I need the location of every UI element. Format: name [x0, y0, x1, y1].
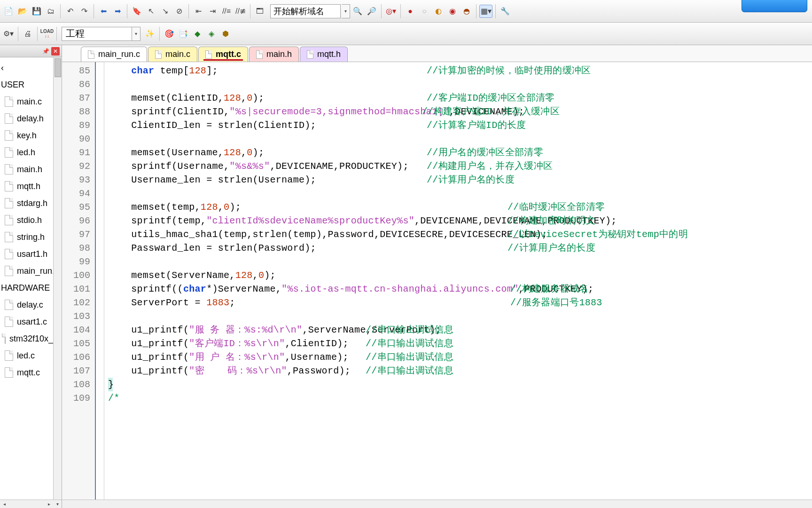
tree-file[interactable]: main.h — [0, 161, 62, 178]
tree-file-label: stdarg.h — [17, 198, 47, 208]
tree-file[interactable]: led.h — [0, 144, 62, 161]
tree-file[interactable]: delay.h — [0, 110, 62, 127]
target-dropdown-icon[interactable]: ▾ — [132, 27, 141, 41]
tree-file[interactable]: stdarg.h — [0, 195, 62, 212]
batch-build-icon[interactable]: ⬢ — [219, 27, 232, 40]
load-icon[interactable]: LOAD↓↓ — [40, 27, 54, 40]
tree-file-label: key.h — [17, 131, 37, 141]
wand-icon[interactable]: ✨ — [143, 27, 156, 40]
tab-label: mqtt.h — [317, 49, 341, 59]
sidebar-scrollbar-v[interactable] — [53, 57, 62, 500]
nav-forward-icon[interactable]: ➡ — [111, 5, 124, 18]
bookmark-next-icon[interactable]: ↘ — [158, 5, 172, 18]
tree-file[interactable]: mqtt.h — [0, 178, 62, 195]
file-icon — [5, 350, 13, 361]
redo-icon[interactable]: ↷ — [78, 5, 91, 18]
nav-back-icon[interactable]: ⬅ — [97, 5, 110, 18]
code-view[interactable]: char temp[128];//计算加密的时候，临时使用的缓冲区 memset… — [104, 62, 812, 500]
tree-file[interactable]: delay.c — [0, 296, 62, 313]
find-in-files-icon[interactable]: 🔍 — [351, 5, 364, 18]
target-opts-icon[interactable]: 🎯 — [163, 27, 176, 40]
file-icon — [5, 317, 13, 327]
tree-file[interactable]: usart1.c — [0, 313, 62, 330]
file-icon — [5, 130, 13, 141]
tree-file[interactable]: key.h — [0, 127, 62, 144]
tree-group-hardware[interactable]: HARDWARE — [0, 279, 62, 296]
tools-icon[interactable]: 🔧 — [499, 5, 512, 18]
tree-group-user[interactable]: USER — [0, 76, 62, 93]
fold-column[interactable] — [96, 62, 104, 500]
breakpoint-disable-icon[interactable]: ○ — [418, 5, 431, 18]
tree-file-label: mqtt.h — [17, 182, 40, 191]
file-icon — [5, 215, 13, 225]
tree-file[interactable]: main.c — [0, 93, 62, 110]
comment-icon[interactable]: //≡ — [220, 5, 233, 18]
tree-file-label: usart1.h — [17, 249, 47, 259]
target-combo[interactable] — [62, 27, 132, 41]
pin-icon[interactable]: 📌 — [42, 48, 49, 55]
project-tree[interactable]: ‹USERmain.cdelay.hkey.hled.hmain.hmqtt.h… — [0, 57, 62, 500]
sidebar-scrollbar-h[interactable]: ◂▸▾ — [0, 500, 62, 508]
tree-file-label: usart1.c — [17, 317, 47, 327]
tree-file-label: delay.h — [17, 114, 44, 124]
build-options-icon[interactable]: ⚙▾ — [2, 27, 15, 40]
indent-left-icon[interactable]: ⇤ — [192, 5, 205, 18]
file-icon — [5, 147, 13, 158]
bookmark-prev-icon[interactable]: ↖ — [144, 5, 157, 18]
build-icon[interactable]: ◆ — [191, 27, 204, 40]
tree-file-label: delay.c — [17, 300, 43, 310]
tabbar: main_run.cmain.cmqtt.cmain.hmqtt.h — [62, 45, 812, 62]
tab-label: main.h — [266, 49, 292, 59]
tree-file-label: led.h — [17, 148, 35, 158]
tree-file-label: main.c — [17, 97, 42, 107]
file-icon — [5, 164, 13, 175]
tree-file[interactable]: usart1.h — [0, 246, 62, 262]
tree-file[interactable]: led.c — [0, 347, 62, 364]
tab-main-c[interactable]: main.c — [148, 47, 197, 62]
tree-file[interactable]: mqtt.c — [0, 364, 62, 381]
tree-file-label: string.h — [17, 232, 45, 242]
find-icon[interactable]: 🔎 — [365, 5, 378, 18]
tree-file[interactable]: string.h — [0, 229, 62, 246]
tab-main_run-c[interactable]: main_run.c — [81, 47, 147, 62]
file-opts-icon[interactable]: 📑 — [177, 27, 190, 40]
window-icon[interactable]: 🗔 — [253, 5, 266, 18]
file-icon — [307, 50, 313, 59]
address-dropdown-icon[interactable]: ▾ — [342, 4, 350, 18]
tab-mqtt-h[interactable]: mqtt.h — [300, 47, 348, 62]
address-input[interactable] — [270, 4, 341, 18]
rebuild-icon[interactable]: ◈ — [205, 27, 218, 40]
new-file-icon[interactable]: 📄 — [2, 5, 15, 18]
tab-mqtt-c[interactable]: mqtt.c — [198, 47, 248, 62]
tree-root[interactable]: ‹ — [0, 59, 62, 76]
tree-file[interactable]: stm32f10x_it.c — [0, 330, 62, 347]
tree-file-label: main_run.c — [17, 266, 59, 276]
open-icon[interactable]: 📂 — [16, 5, 29, 18]
file-icon — [5, 300, 13, 310]
tab-label: main.c — [165, 49, 190, 59]
bookmark-icon[interactable]: 🔖 — [130, 5, 143, 18]
debug-config-icon[interactable]: ◎▾ — [384, 5, 398, 18]
action-button[interactable] — [742, 0, 807, 12]
breakpoint-toggle-icon[interactable]: ● — [404, 5, 417, 18]
bookmark-clear-icon[interactable]: ⊘ — [172, 5, 186, 18]
indent-right-icon[interactable]: ⇥ — [206, 5, 219, 18]
save-icon[interactable]: 💾 — [30, 5, 43, 18]
file-icon — [5, 96, 13, 107]
undo-icon[interactable]: ↶ — [63, 5, 77, 18]
breakpoint-kill-icon[interactable]: ◓ — [460, 5, 473, 18]
tree-file[interactable]: main_run.c — [0, 262, 62, 279]
breakpoint-enable-icon[interactable]: ◐ — [432, 5, 445, 18]
editor-scrollbar-h[interactable] — [62, 500, 812, 508]
tree-file[interactable]: stdio.h — [0, 212, 62, 229]
print-icon[interactable]: 🖨 — [21, 27, 34, 40]
tab-main-h[interactable]: main.h — [249, 47, 299, 62]
save-all-icon[interactable]: 🗂 — [44, 5, 57, 18]
uncomment-icon[interactable]: //≢ — [234, 5, 247, 18]
toolbar-build: ⚙▾ 🖨 LOAD↓↓ ▾ ✨ 🎯 📑 ◆ ◈ ⬢ — [0, 23, 812, 45]
toolbar-main: 📄 📂 💾 🗂 ↶ ↷ ⬅ ➡ 🔖 ↖ ↘ ⊘ ⇤ ⇥ //≡ //≢ 🗔 ▾ … — [0, 0, 812, 23]
file-icon — [256, 50, 263, 59]
breakpoint-all-icon[interactable]: ◉ — [446, 5, 459, 18]
close-icon[interactable]: ✕ — [51, 47, 60, 56]
window-toggle-icon[interactable]: ▦▾ — [479, 5, 492, 18]
